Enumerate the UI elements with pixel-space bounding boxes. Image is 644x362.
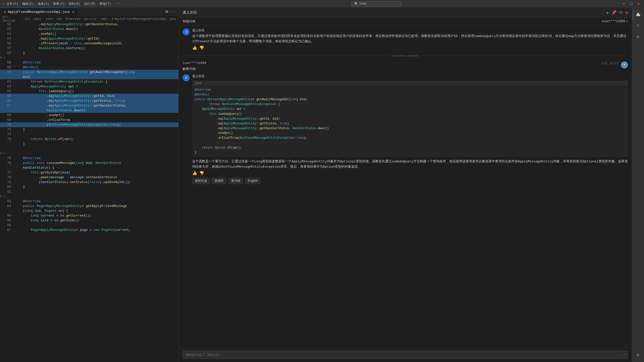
window-close-button[interactable]: ✕ bbox=[636, 1, 641, 6]
right-sidebar: ≡ ⊞ ⚙ bbox=[632, 8, 644, 362]
code-line-80: 80 } bbox=[0, 185, 178, 189]
code-line-64: 64 this.lambdaQuery() bbox=[0, 89, 178, 94]
tab-actions: ⧉ ··· bbox=[166, 10, 178, 14]
chevron-down-icon: ▾ bbox=[626, 20, 628, 23]
send-button[interactable]: → bbox=[622, 352, 625, 357]
sidebar-grid-icon[interactable]: ⊞ bbox=[633, 32, 643, 42]
simplify-button[interactable]: 更精简 bbox=[212, 178, 226, 184]
breadcrumb-java[interactable]: java bbox=[45, 17, 53, 21]
java-file-icon: J bbox=[3, 10, 7, 14]
chat-input[interactable] bbox=[185, 353, 620, 357]
new-chat-icon[interactable]: ✚ bbox=[606, 10, 609, 15]
sidebar-cloud-icon[interactable] bbox=[633, 10, 643, 20]
thumbs-down-icon-2[interactable]: 👎 bbox=[199, 171, 204, 176]
code-line-60: 60 @NonNull bbox=[0, 65, 178, 70]
context-cleared-label: Context Cleared bbox=[393, 54, 418, 57]
user-name: tuuu****n1999 bbox=[601, 20, 625, 23]
nav-forward[interactable]: → bbox=[130, 2, 132, 6]
ai-message-2: 灵 通义灵码 java @Override @NonNull public Op… bbox=[183, 74, 628, 184]
breadcrumb-file[interactable]: ApplyFriendMessageServiceImpl.java bbox=[114, 17, 176, 21]
code-line-69: 69 .orElseThrow bbox=[0, 118, 178, 122]
code-line-56: 56 .ifPresent(mid2 → this.consumeMessage… bbox=[0, 41, 178, 46]
ai-name-1: 通义灵码 bbox=[192, 28, 628, 33]
code-line-55: 55 .map(ApplyMessageEntity::getId) bbox=[0, 36, 178, 41]
code-line-52: 52 .eq(ApplyMessageEntity::getHandlerSta… bbox=[0, 22, 178, 27]
user-message-time: 今天 14:59 bbox=[601, 61, 618, 66]
ai-message-1-content: 通义灵码 这个函数用于处理重复确认添加好友的消息，它通过查询条件找到所有未处理的… bbox=[192, 28, 628, 50]
breadcrumb-src[interactable]: src bbox=[25, 17, 30, 21]
english-button[interactable]: English bbox=[245, 178, 260, 184]
code-line-83: 83 public Page<ApplyMessageEntity> getAp… bbox=[0, 204, 178, 208]
code-line-87: 87 Page<ApplyMessageEntity> page = new P… bbox=[0, 228, 178, 232]
code-line-61b: mid) bbox=[0, 75, 178, 79]
code-fold-row-2: ⟳ ∨ bbox=[0, 151, 178, 156]
code-editor[interactable]: 52 .eq(ApplyMessageEntity::getHandlerSta… bbox=[0, 22, 178, 362]
sidebar-settings-icon[interactable]: ⚙ bbox=[633, 350, 643, 360]
settings-icon[interactable]: ⚙ bbox=[625, 10, 628, 15]
nav-back[interactable]: ← bbox=[125, 2, 127, 6]
maximize-button[interactable]: □ bbox=[629, 2, 634, 6]
code-line-61: 61 public Option<ApplyMessageEntity> get… bbox=[0, 70, 178, 75]
code-line-67b: HandlerStatus.Await) bbox=[0, 108, 178, 113]
ai-actions-1: 👍 👎 bbox=[192, 45, 628, 50]
breadcrumb-main[interactable]: main bbox=[34, 17, 42, 21]
menu-file[interactable]: 文件(F) bbox=[7, 2, 18, 6]
code-line-59: 59 @Override bbox=[0, 60, 178, 65]
code-line-57: 57 HandlerStatus.Confirm)); bbox=[0, 46, 178, 51]
code-line-blank1: 72 bbox=[0, 132, 178, 137]
menu-view[interactable]: 查看(V) bbox=[53, 2, 65, 6]
user-selector[interactable]: tuuu****n1999 ▾ bbox=[601, 20, 628, 23]
tab-close-icon[interactable]: ✕ bbox=[72, 10, 74, 14]
chat-subheader: 智能问答 tuuu****n1999 ▾ bbox=[179, 18, 632, 25]
chat-mode-label: 智能问答 bbox=[183, 19, 196, 24]
sidebar-list-icon[interactable]: ≡ bbox=[633, 21, 643, 31]
split-editor-icon[interactable]: ⧉ bbox=[166, 10, 168, 14]
code-line-71: 71 } bbox=[0, 127, 178, 132]
thumbs-down-icon-1[interactable]: 👎 bbox=[199, 45, 204, 50]
search-icon: 🔍 bbox=[354, 2, 358, 6]
breadcrumb-brc-service[interactable]: brc-service bbox=[3, 16, 21, 23]
code-line-83b: (Long uid, PageVo vo) { bbox=[0, 208, 178, 213]
tab-bar: J ApplyFriendMessageServiceImpl.java ✕ ⧉… bbox=[0, 8, 178, 16]
close-icon[interactable]: ✕ bbox=[3, 2, 5, 6]
chat-messages[interactable]: 灵 通义灵码 这个函数用于处理重复确认添加好友的消息，它通过查询条件找到所有未处… bbox=[179, 25, 632, 348]
detail-button[interactable]: 更详细 bbox=[228, 178, 243, 184]
menu-run[interactable]: 运行(R) bbox=[84, 2, 96, 6]
breadcrumb-impl[interactable]: impl bbox=[100, 17, 108, 21]
user-message-1-meta: tuuu****n1999 今天 14:59 bbox=[183, 61, 618, 66]
code-line-53: 53 HandlerStatus.Await) bbox=[0, 27, 178, 31]
layout-icon[interactable]: ⧉ bbox=[620, 10, 622, 15]
tab-java-file[interactable]: J ApplyFriendMessageServiceImpl.java ✕ bbox=[0, 8, 77, 16]
menu-edit[interactable]: 编辑(E) bbox=[22, 2, 34, 6]
breadcrumb-bluereba[interactable]: bluereba bbox=[66, 17, 80, 21]
context-cleared: Context Cleared bbox=[183, 53, 628, 58]
menu-terminal[interactable]: 终端(T) bbox=[100, 2, 111, 6]
code-line-76b: handlerStatus) { bbox=[0, 165, 178, 170]
code-line-65: 65 .eq(ApplyMessageEntity::getId, mid) bbox=[0, 94, 178, 98]
more-tab-actions-icon[interactable]: ··· bbox=[170, 10, 176, 14]
search-box[interactable]: 🔍 chat bbox=[351, 1, 401, 7]
thumbs-up-icon-1[interactable]: 👍 bbox=[192, 45, 197, 50]
ai-avatar-1: 灵 bbox=[183, 28, 190, 35]
breadcrumb-com[interactable]: com bbox=[56, 17, 62, 21]
menu-goto[interactable]: 转到(G) bbox=[69, 2, 80, 6]
chat-input-area: → bbox=[179, 348, 632, 362]
breadcrumb-service[interactable]: service bbox=[84, 17, 96, 21]
code-line-62: 62 throws NotFoundMessageEntityException… bbox=[0, 79, 178, 84]
code-fold-row-1: ⟳ ∨ bbox=[0, 55, 178, 60]
pin-icon[interactable]: 📌 bbox=[612, 10, 617, 15]
menu-select[interactable]: 选择(S) bbox=[38, 2, 49, 6]
code-line-58: 58 } bbox=[0, 51, 178, 55]
code-line-76: 76 public void consumeMessage(Long mid, … bbox=[0, 161, 178, 165]
ai-text-1: 这个函数用于处理重复确认添加好友的消息，它通过查询条件找到所有未处理的来自当前用… bbox=[192, 34, 628, 44]
chat-input-row: → bbox=[183, 350, 628, 359]
menu-more[interactable]: ··· bbox=[115, 2, 121, 6]
ai-name-2: 通义灵码 bbox=[192, 74, 628, 79]
ai-message-2-content: 通义灵码 java @Override @NonNull public Opti… bbox=[192, 74, 628, 184]
minimize-button[interactable]: — bbox=[621, 2, 627, 6]
chat-panel: 通义灵码 ✚ 📌 ⧉ ⚙ 智能问答 tuuu****n1999 ▾ 灵 通义灵码 bbox=[179, 8, 632, 362]
titlebar: ✕ 文件(F) 编辑(E) 选择(S) 查看(V) 转到(G) 运行(R) 终端… bbox=[0, 0, 644, 8]
thumbs-up-icon-2[interactable]: 👍 bbox=[192, 171, 197, 176]
regenerate-button[interactable]: 重新生成 bbox=[192, 178, 210, 184]
code-line-73: } bbox=[0, 141, 178, 146]
